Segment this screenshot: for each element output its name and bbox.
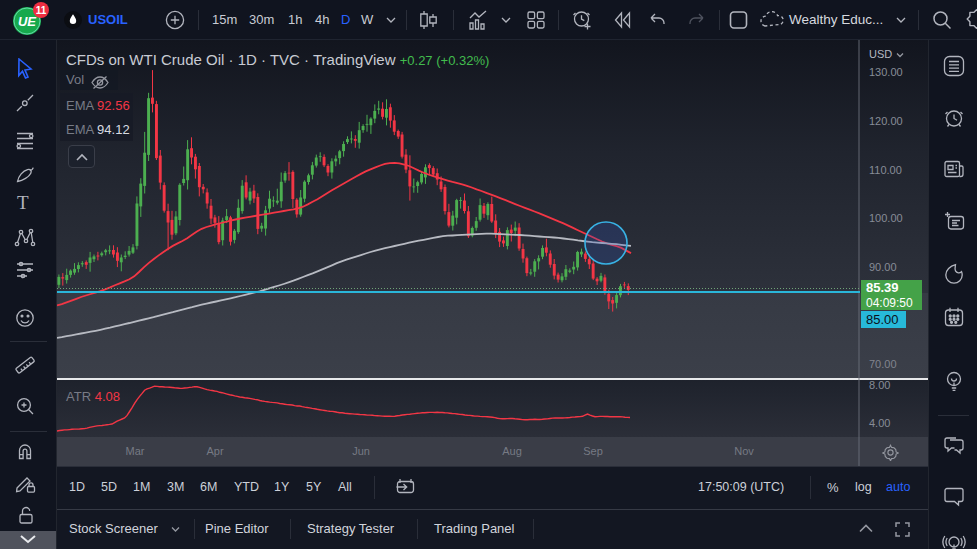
svg-text:UE: UE: [18, 14, 36, 29]
svg-text:11: 11: [36, 5, 47, 16]
